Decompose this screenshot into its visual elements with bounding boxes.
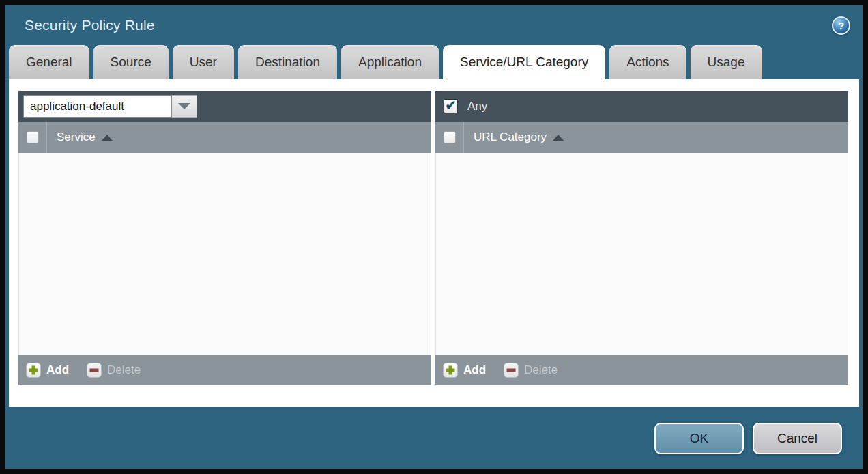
any-checkbox-label: Any (467, 100, 487, 113)
service-type-dropdown-button[interactable] (172, 95, 197, 118)
url-category-panel-header: ✔ Any (435, 91, 848, 122)
service-panel-header: application-default (18, 91, 431, 122)
url-category-table-header: URL Category (435, 122, 848, 153)
tab-content: application-default Service (9, 79, 859, 407)
url-category-panel: ✔ Any URL Category (435, 91, 848, 385)
titlebar: Security Policy Rule ? (5, 5, 863, 45)
tab-service-url-category[interactable]: Service/URL Category (443, 45, 605, 79)
tab-bar: General Source User Destination Applicat… (9, 45, 863, 79)
sort-ascending-icon (553, 135, 564, 141)
url-category-column-header[interactable]: URL Category (474, 130, 564, 144)
service-delete-label: Delete (107, 363, 141, 377)
help-icon[interactable]: ? (832, 16, 850, 35)
url-category-add-button[interactable]: Add (443, 363, 486, 378)
add-plus-icon (26, 363, 41, 378)
service-type-dropdown[interactable]: application-default (23, 95, 197, 118)
sort-ascending-icon (102, 135, 113, 141)
url-category-table-body[interactable] (435, 153, 848, 355)
service-add-label: Add (46, 363, 69, 377)
delete-minus-icon (504, 363, 519, 378)
service-table-body[interactable] (18, 153, 431, 355)
service-type-dropdown-value[interactable]: application-default (23, 95, 172, 118)
tab-usage[interactable]: Usage (691, 45, 762, 79)
service-select-all-cell (18, 122, 47, 153)
security-policy-rule-dialog: Security Policy Rule ? General Source Us… (0, 0, 868, 474)
cancel-button[interactable]: Cancel (753, 423, 842, 454)
service-column-label: Service (57, 130, 96, 144)
url-category-add-label: Add (463, 363, 486, 377)
tab-destination[interactable]: Destination (238, 45, 337, 79)
any-checkbox-row: ✔ Any (440, 99, 487, 113)
check-mark-icon: ✔ (446, 99, 457, 112)
dialog-actions: OK Cancel (654, 423, 842, 454)
tab-general[interactable]: General (9, 45, 89, 79)
service-panel: application-default Service (18, 91, 431, 385)
tab-actions[interactable]: Actions (609, 45, 686, 79)
delete-minus-icon (87, 363, 102, 378)
url-category-panel-footer: Add Delete (435, 355, 848, 385)
chevron-down-icon (178, 103, 190, 109)
service-add-button[interactable]: Add (26, 363, 69, 378)
ok-button[interactable]: OK (654, 423, 744, 454)
service-column-header[interactable]: Service (57, 130, 113, 144)
panels-container: application-default Service (18, 91, 848, 385)
service-select-all-checkbox[interactable] (27, 131, 39, 143)
service-delete-button[interactable]: Delete (87, 363, 141, 378)
tab-application[interactable]: Application (341, 45, 439, 79)
service-table-header: Service (18, 122, 431, 153)
tab-user[interactable]: User (173, 45, 234, 79)
dialog-title: Security Policy Rule (25, 17, 155, 33)
any-checkbox[interactable]: ✔ (444, 99, 458, 113)
service-panel-footer: Add Delete (18, 355, 431, 385)
url-category-delete-button[interactable]: Delete (504, 363, 558, 378)
add-plus-icon (443, 363, 458, 378)
url-category-delete-label: Delete (524, 363, 558, 377)
url-category-select-all-cell (435, 122, 464, 153)
url-category-column-label: URL Category (474, 130, 547, 144)
tab-source[interactable]: Source (93, 45, 169, 79)
url-category-select-all-checkbox[interactable] (444, 131, 456, 143)
